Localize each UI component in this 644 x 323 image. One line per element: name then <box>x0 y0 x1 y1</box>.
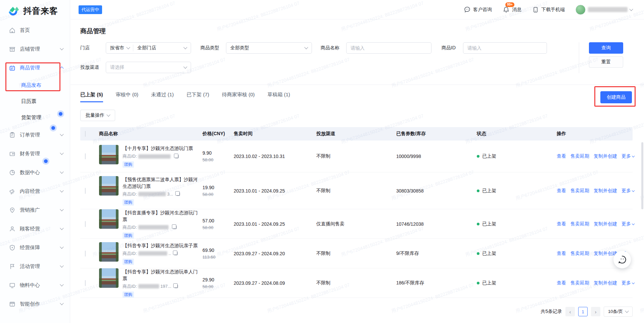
channel: 仅直播间售卖 <box>316 221 396 227</box>
reset-button[interactable]: 重置 <box>589 56 623 68</box>
groupbuy-tag[interactable]: 团购 <box>123 259 134 265</box>
product-id-label: 商品ID: <box>123 224 137 230</box>
copy-icon[interactable] <box>173 225 177 229</box>
extend-sale-link[interactable]: 售卖延期 <box>570 280 589 286</box>
extend-sale-link[interactable]: 售卖延期 <box>570 251 589 257</box>
groupbuy-tag[interactable]: 团购 <box>123 161 134 168</box>
prev-page-button[interactable]: ‹ <box>565 307 575 316</box>
copy-create-link[interactable]: 复制并创建 <box>594 188 617 194</box>
sidebar-item-label: 顾客经营 <box>20 226 60 232</box>
price-original: 58.00 <box>202 225 234 230</box>
status-text: 已上架 <box>482 188 496 194</box>
more-link[interactable]: 更多 <box>622 280 634 286</box>
sold-stock: 186/不限库存 <box>396 280 477 286</box>
row-checkbox[interactable] <box>85 153 86 159</box>
search-button[interactable]: 查询 <box>589 42 623 54</box>
col-actions: 操作 <box>557 131 631 137</box>
notification-dot <box>44 159 48 163</box>
next-page-button[interactable]: › <box>591 307 600 316</box>
sidebar-item-content-operation[interactable]: 内容经营 <box>0 182 70 201</box>
product-id-input[interactable] <box>463 45 547 51</box>
sidebar-item-business-protection[interactable]: 经营保障 <box>0 238 70 257</box>
groupbuy-tag[interactable]: 团购 <box>123 291 134 298</box>
user-account[interactable] <box>576 5 633 15</box>
row-checkbox[interactable] <box>85 221 86 227</box>
copy-icon[interactable] <box>174 284 178 288</box>
sidebar-item-label: 数据中心 <box>20 169 60 176</box>
sidebar-item-marketing-promotion[interactable]: 营销推广 <box>0 201 70 219</box>
sidebar-subitem-calendar-ticket[interactable]: 日历票 <box>0 93 70 109</box>
sidebar-item-label: 商品发布 <box>21 82 41 89</box>
row-checkbox[interactable] <box>85 280 86 286</box>
row-checkbox[interactable] <box>85 188 86 194</box>
product-name-input[interactable] <box>347 45 431 51</box>
copy-icon[interactable] <box>174 252 178 255</box>
price-current: 19.90 <box>202 185 234 190</box>
more-link[interactable]: 更多 <box>622 188 634 194</box>
download-app-button[interactable]: 下载手机端 <box>532 6 565 13</box>
price-current: 9.90 <box>202 150 234 156</box>
chevron-up-icon <box>60 66 63 70</box>
channel-select[interactable]: 请选择 <box>106 62 191 73</box>
sidebar-item-material-center[interactable]: 物料中心 <box>0 276 70 294</box>
view-link[interactable]: 查看 <box>557 153 566 159</box>
extend-sale-link[interactable]: 售卖延期 <box>570 221 589 227</box>
tab-drafts[interactable]: 草稿箱 (1) <box>268 92 290 102</box>
batch-operation-button[interactable]: 批量操作 <box>80 110 115 121</box>
sidebar-item-finance-management[interactable]: 财务管理 <box>0 144 70 163</box>
sidebar-item-activity-management[interactable]: 活动管理 <box>0 257 70 276</box>
channel-filter-label: 投放渠道 <box>80 64 101 70</box>
copy-create-link[interactable]: 复制并创建 <box>594 221 617 227</box>
customer-service-button[interactable]: 客户咨询 <box>464 6 492 13</box>
sidebar-item-order-management[interactable]: 订单管理 <box>0 125 70 144</box>
groupbuy-tag[interactable]: 团购 <box>123 232 134 239</box>
store-select[interactable]: 按省市 全部门店 <box>106 42 191 54</box>
sidebar-item-smart-creation[interactable]: 智能创作 <box>0 294 70 313</box>
copy-create-link[interactable]: 复制并创建 <box>594 153 617 159</box>
select-all-checkbox[interactable] <box>85 131 86 137</box>
sidebar-item-product-management[interactable]: 商品管理 <box>0 58 70 77</box>
product-id-redacted <box>138 192 166 196</box>
phone-icon <box>532 6 539 13</box>
tab-off-shelf[interactable]: 已下架 (7) <box>187 92 210 102</box>
product-id-input-wrap <box>463 42 547 54</box>
sidebar-item-home[interactable]: 首页 <box>0 21 70 40</box>
view-link[interactable]: 查看 <box>557 221 566 227</box>
vertical-scrollbar[interactable] <box>641 142 643 209</box>
price-original: 113.60 <box>202 255 234 260</box>
product-id-redacted <box>138 284 159 288</box>
tab-pending-merchant-review[interactable]: 待商家审核 (0) <box>222 92 255 102</box>
more-link[interactable]: 更多 <box>622 153 634 159</box>
view-link[interactable]: 查看 <box>557 251 566 257</box>
page-size-select[interactable]: 10条/页 <box>604 307 633 317</box>
copy-icon[interactable] <box>175 155 179 158</box>
chevron-down-icon <box>60 207 63 211</box>
view-link[interactable]: 查看 <box>557 188 566 194</box>
tab-on-shelf[interactable]: 已上架 (5) <box>80 92 103 102</box>
sidebar-item-data-center[interactable]: 数据中心 <box>0 163 70 182</box>
sidebar-item-shop-management[interactable]: 店铺管理 <box>0 40 70 58</box>
row-checkbox[interactable] <box>85 251 86 257</box>
product-type-select[interactable]: 全部类型 <box>226 42 312 54</box>
create-product-button[interactable]: 创建商品 <box>600 91 632 103</box>
product-thumbnail <box>99 145 119 164</box>
groupbuy-tag[interactable]: 团购 <box>123 199 134 206</box>
chevron-down-icon <box>60 151 63 155</box>
messages-button[interactable]: 99+ 消息 <box>503 6 521 13</box>
floating-customer-service-button[interactable] <box>613 251 631 268</box>
more-link[interactable]: 更多 <box>622 221 634 227</box>
copy-icon[interactable] <box>176 192 180 196</box>
sidebar-item-label: 首页 <box>20 27 63 34</box>
view-link[interactable]: 查看 <box>557 280 566 286</box>
current-page-button[interactable]: 1 <box>578 307 588 316</box>
sidebar-item-customer-operation[interactable]: 顾客经营 <box>0 219 70 238</box>
app-name: 抖音来客 <box>23 5 58 16</box>
sidebar-subitem-shelf-management[interactable]: 货架管理 <box>0 109 70 125</box>
tab-rejected[interactable]: 未通过 (1) <box>151 92 174 102</box>
extend-sale-link[interactable]: 售卖延期 <box>570 153 589 159</box>
copy-create-link[interactable]: 复制并创建 <box>594 251 617 257</box>
copy-create-link[interactable]: 复制并创建 <box>594 280 617 286</box>
extend-sale-link[interactable]: 售卖延期 <box>570 188 589 194</box>
tab-under-review[interactable]: 审核中 (0) <box>116 92 139 102</box>
sidebar-subitem-product-publish[interactable]: 商品发布 <box>0 77 70 93</box>
